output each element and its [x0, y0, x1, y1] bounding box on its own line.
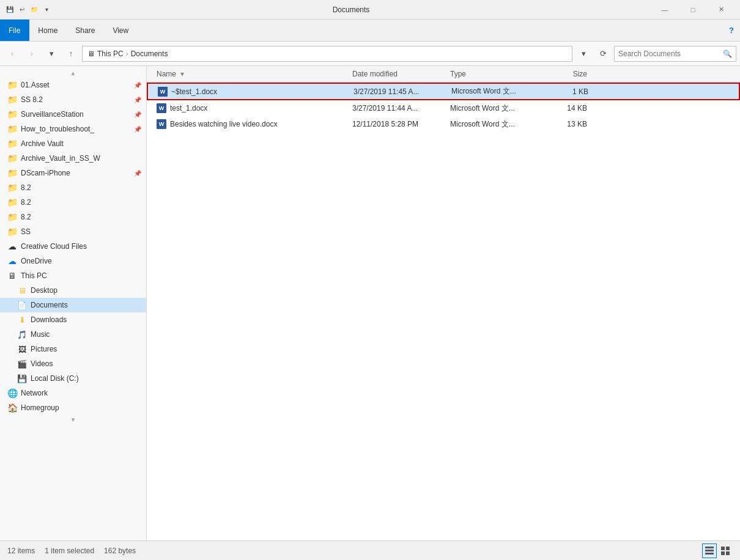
sidebar-scroll-down[interactable]: ▼ — [0, 415, 146, 424]
window-controls[interactable]: — □ ✕ — [651, 0, 735, 20]
file-type-cell: Microsoft Word 文... — [446, 85, 544, 98]
title-bar-quick-access[interactable]: 💾 ↩ 📁 ▾ — [5, 5, 51, 15]
address-path[interactable]: 🖥 This PC › Documents — [82, 46, 572, 62]
save-icon[interactable]: 💾 — [5, 5, 15, 15]
file-name: test_1.docx — [170, 104, 207, 112]
file-size-cell: 14 KB — [543, 103, 592, 114]
nav-up-button[interactable]: ↑ — [62, 45, 80, 62]
file-name-cell: W ~$test_1.docx — [153, 86, 349, 98]
sidebar-label: Documents — [31, 301, 68, 309]
folder-icon: 📁 — [7, 109, 17, 119]
folder-icon: 📁 — [7, 183, 17, 193]
sidebar-item-archive-vault[interactable]: 📁 Archive Vault — [0, 136, 146, 151]
path-documents: Documents — [131, 50, 168, 58]
sidebar-item-homegroup[interactable]: 🏠 Homegroup — [0, 400, 146, 415]
maximize-button[interactable]: □ — [679, 0, 707, 20]
large-icons-view-button[interactable] — [718, 543, 733, 558]
sidebar-scroll-up[interactable]: ▲ — [0, 68, 146, 78]
file-size-cell: 13 KB — [543, 119, 592, 130]
sidebar-item-surveillancestation[interactable]: 📁 SurveillanceStation 📌 — [0, 107, 146, 122]
sidebar-item-ss82[interactable]: 📁 SS 8.2 📌 — [0, 92, 146, 107]
word-icon: W — [157, 119, 166, 129]
tab-home[interactable]: Home — [29, 20, 67, 41]
address-bar: ‹ › ▾ ↑ 🖥 This PC › Documents ▾ ⟳ 🔍 — [0, 42, 740, 66]
file-name: Besides watching live video.docx — [170, 120, 277, 128]
sidebar-label: 01.Asset — [21, 81, 50, 89]
sort-arrow: ▾ — [180, 70, 184, 78]
sidebar-label: Music — [31, 330, 50, 339]
file-date-cell: 3/27/2019 11:44 A... — [347, 103, 445, 114]
sidebar-label: 8.2 — [21, 198, 31, 207]
refresh-button[interactable]: ⟳ — [594, 45, 612, 62]
nav-dropdown-button[interactable]: ▾ — [43, 45, 60, 62]
selection-status: 1 item selected — [45, 547, 94, 555]
svg-rect-4 — [726, 547, 730, 550]
table-row[interactable]: W Besides watching live video.docx 12/11… — [147, 116, 740, 132]
file-type-cell: Microsoft Word 文... — [445, 102, 543, 115]
dropdown-icon[interactable]: ▾ — [42, 5, 51, 15]
tab-view[interactable]: View — [104, 20, 138, 41]
sidebar-label: Videos — [31, 359, 53, 368]
file-type-cell: Microsoft Word 文... — [445, 118, 543, 131]
folder-icon[interactable]: 📁 — [29, 5, 39, 15]
sidebar-item-archive-vault-ss[interactable]: 📁 Archive_Vault_in_SS_W — [0, 151, 146, 166]
svg-rect-2 — [705, 553, 714, 554]
col-header-date[interactable]: Date modified — [347, 68, 445, 79]
sidebar: ▲ 📁 01.Asset 📌 📁 SS 8.2 📌 📁 Surveillance… — [0, 66, 147, 540]
ribbon: File Home Share View ? — [0, 20, 740, 42]
tab-share[interactable]: Share — [67, 20, 104, 41]
col-header-type[interactable]: Type — [445, 68, 543, 79]
sidebar-item-music[interactable]: 🎵 Music — [0, 327, 146, 342]
path-this-pc: This PC — [97, 50, 124, 58]
sidebar-item-how-to[interactable]: 📁 How_to_troubleshoot_ 📌 — [0, 122, 146, 136]
sidebar-item-local-disk[interactable]: 💾 Local Disk (C:) — [0, 371, 146, 386]
sidebar-item-this-pc[interactable]: 🖥 This PC — [0, 268, 146, 283]
sidebar-item-onedrive[interactable]: ☁ OneDrive — [0, 254, 146, 268]
minimize-button[interactable]: — — [651, 0, 679, 20]
folder-icon: 📁 — [7, 95, 17, 105]
sidebar-label: This PC — [21, 271, 47, 280]
sidebar-item-pictures[interactable]: 🖼 Pictures — [0, 342, 146, 356]
title-bar: 💾 ↩ 📁 ▾ Documents — □ ✕ — [0, 0, 740, 20]
col-header-size[interactable]: Size — [543, 68, 592, 79]
sidebar-item-dscam[interactable]: 📁 DScam-iPhone 📌 — [0, 166, 146, 180]
close-button[interactable]: ✕ — [707, 0, 735, 20]
help-button[interactable]: ? — [723, 20, 740, 41]
sidebar-item-desktop[interactable]: 🖥 Desktop — [0, 283, 146, 298]
svg-rect-1 — [705, 550, 714, 551]
pictures-icon: 🖼 — [17, 344, 27, 354]
details-view-button[interactable] — [702, 543, 717, 558]
sidebar-item-documents[interactable]: 📄 Documents — [0, 298, 146, 312]
sidebar-item-01asset[interactable]: 📁 01.Asset 📌 — [0, 78, 146, 92]
folder-icon: 📁 — [7, 197, 17, 207]
col-header-name[interactable]: Name ▾ — [152, 68, 347, 79]
sidebar-label: Archive_Vault_in_SS_W — [21, 154, 100, 163]
sidebar-label: SurveillanceStation — [21, 110, 84, 119]
folder-icon: 📁 — [7, 168, 17, 178]
file-name-cell: W test_1.docx — [152, 102, 347, 114]
nav-forward-button[interactable]: › — [23, 45, 40, 62]
file-size-cell: 1 KB — [544, 86, 593, 97]
svg-rect-0 — [705, 547, 714, 548]
pc-icon: 🖥 — [7, 271, 17, 281]
table-row[interactable]: W test_1.docx 3/27/2019 11:44 A... Micro… — [147, 100, 740, 116]
sidebar-label: Creative Cloud Files — [21, 242, 87, 251]
sidebar-label: OneDrive — [21, 257, 52, 265]
tab-file[interactable]: File — [0, 20, 29, 41]
sidebar-item-network[interactable]: 🌐 Network — [0, 386, 146, 400]
sidebar-item-82-3[interactable]: 📁 8.2 — [0, 210, 146, 224]
sidebar-item-downloads[interactable]: ⬇ Downloads — [0, 312, 146, 327]
path-dropdown-button[interactable]: ▾ — [575, 45, 592, 62]
undo-icon[interactable]: ↩ — [17, 5, 27, 15]
search-input[interactable] — [618, 50, 720, 58]
table-row[interactable]: W ~$test_1.docx 3/27/2019 11:45 A... Mic… — [147, 83, 740, 100]
sidebar-item-videos[interactable]: 🎬 Videos — [0, 356, 146, 371]
sidebar-label: DScam-iPhone — [21, 169, 70, 177]
nav-back-button[interactable]: ‹ — [4, 45, 21, 62]
sidebar-item-creative-cloud[interactable]: ☁ Creative Cloud Files — [0, 239, 146, 254]
search-box[interactable]: 🔍 — [614, 46, 736, 62]
sidebar-item-82-2[interactable]: 📁 8.2 — [0, 195, 146, 210]
sidebar-item-82-1[interactable]: 📁 8.2 — [0, 180, 146, 195]
sidebar-item-ss[interactable]: 📁 SS — [0, 224, 146, 239]
file-list-header: Name ▾ Date modified Type Size — [147, 66, 740, 83]
